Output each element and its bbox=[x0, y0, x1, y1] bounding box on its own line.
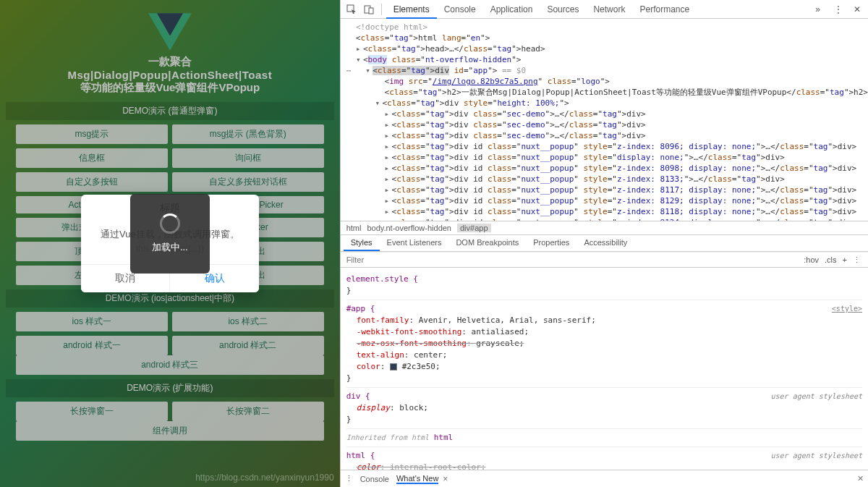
kebab-icon[interactable]: ⋮ bbox=[345, 474, 353, 483]
close-tab-icon[interactable]: × bbox=[443, 474, 448, 484]
watermark: https://blog.csdn.net/yanxinyun1990 bbox=[195, 473, 333, 483]
kebab-icon[interactable]: ⋮ bbox=[850, 255, 864, 265]
dom-node[interactable]: ▸<class="tag">div id class="nuxt__popup"… bbox=[346, 141, 868, 152]
dom-node[interactable]: ▸<class="tag">div id class="nuxt__popup"… bbox=[346, 163, 868, 174]
devtools-tab-elements[interactable]: Elements bbox=[386, 1, 437, 19]
css-property[interactable]: text-align: center; bbox=[346, 350, 862, 361]
styles-filter: :hov .cls + ⋮ bbox=[341, 252, 868, 268]
hov-toggle[interactable]: :hov bbox=[801, 255, 822, 264]
style-selector: div { bbox=[346, 391, 370, 401]
dom-node[interactable]: ▸<class="tag">div id class="nuxt__popup"… bbox=[346, 174, 868, 185]
dom-node[interactable]: ▸<class="tag">div class="sec-demo">…</cl… bbox=[346, 119, 868, 130]
dom-node[interactable]: <class="tag">h2>一款聚合Msg|Dialog|Popup|Act… bbox=[346, 87, 868, 98]
loading-toast: 加载中... bbox=[130, 194, 210, 274]
close-drawer-icon[interactable]: ✕ bbox=[857, 474, 864, 483]
dom-node[interactable]: ▸<class="tag">div id class="nuxt__popup"… bbox=[346, 195, 868, 206]
devtools-tab-sources[interactable]: Sources bbox=[540, 1, 586, 17]
devtools: ElementsConsoleApplicationSourcesNetwork… bbox=[340, 0, 868, 487]
device-toggle-icon[interactable] bbox=[361, 1, 377, 17]
spinner-icon bbox=[160, 213, 180, 234]
css-property[interactable]: color: #2c3e50; bbox=[346, 361, 862, 373]
devtools-tab-performance[interactable]: Performance bbox=[632, 1, 697, 17]
elements-tree[interactable]: <!doctype html> <class="tag">html lang="… bbox=[341, 19, 868, 221]
dom-node[interactable]: <img src="/img/logo.82b9c7a5.png" class=… bbox=[346, 76, 868, 87]
css-property[interactable]: -webkit-font-smoothing: antialiased; bbox=[346, 326, 862, 338]
dom-breadcrumb: htmlbody.nt-overflow-hiddendiv#app bbox=[341, 221, 868, 235]
style-selector: element.style { bbox=[346, 274, 418, 284]
styles-subtab[interactable]: Event Listeners bbox=[380, 235, 449, 251]
styles-panel[interactable]: element.style { } <style> #app { font-fa… bbox=[341, 268, 868, 470]
dom-node[interactable]: ▸<class="tag">head>…</class="tag">head> bbox=[346, 43, 868, 54]
breadcrumb-item[interactable]: body.nt-overflow-hidden bbox=[367, 224, 451, 232]
drawer-tab-console[interactable]: Console bbox=[360, 475, 389, 483]
dom-node[interactable]: ▸<class="tag">div id class="nuxt__popup"… bbox=[346, 185, 868, 195]
drawer-tab-whatsnew[interactable]: What's New bbox=[396, 474, 438, 484]
styles-subtab[interactable]: DOM Breakpoints bbox=[448, 235, 526, 251]
add-rule-icon[interactable]: + bbox=[840, 255, 850, 264]
more-tabs-icon[interactable]: » bbox=[808, 1, 827, 17]
dom-node[interactable]: ▸<class="tag">div class="sec-demo">…</cl… bbox=[346, 109, 868, 119]
dom-node[interactable]: <!doctype html> bbox=[346, 22, 868, 33]
devtools-tab-network[interactable]: Network bbox=[586, 1, 632, 17]
css-property[interactable]: -moz-osx-font-smoothing: grayscale; bbox=[346, 338, 862, 350]
dom-node[interactable]: ▾<body class="nt-overflow-hidden"> bbox=[346, 54, 868, 65]
styles-subtab[interactable]: Properties bbox=[526, 235, 576, 251]
style-source: user agent stylesheet bbox=[771, 391, 862, 402]
breadcrumb-item[interactable]: div#app bbox=[457, 224, 491, 232]
dom-node[interactable]: ▾<class="tag">div style="height: 100%;"> bbox=[346, 98, 868, 109]
kebab-menu-icon[interactable]: ⋮ bbox=[830, 1, 846, 17]
dom-node[interactable]: ▸<class="tag">div id class="nuxt__popup"… bbox=[346, 206, 868, 217]
style-selector: #app { bbox=[346, 304, 375, 313]
svg-rect-2 bbox=[369, 8, 373, 14]
devtools-drawer: ⋮ Console What's New × ✕ bbox=[341, 470, 868, 487]
style-source: user agent stylesheet bbox=[771, 450, 862, 462]
style-source[interactable]: <style> bbox=[832, 303, 862, 315]
toast-text: 加载中... bbox=[152, 241, 188, 254]
devtools-toolbar: ElementsConsoleApplicationSourcesNetwork… bbox=[341, 0, 868, 19]
cls-toggle[interactable]: .cls bbox=[822, 255, 840, 264]
filter-input[interactable] bbox=[345, 254, 801, 266]
dom-node[interactable]: ▸<class="tag">div class="sec-demo">…</cl… bbox=[346, 130, 868, 141]
dom-node[interactable]: <class="tag">html lang="en"> bbox=[346, 33, 868, 43]
app-viewport: 一款聚合 Msg|Dialog|Popup|ActionSheet|Toast … bbox=[0, 0, 340, 487]
inspect-icon[interactable] bbox=[344, 1, 359, 17]
dom-node[interactable]: ▸<class="tag">div id class="nuxt__popup"… bbox=[346, 152, 868, 163]
devtools-tab-application[interactable]: Application bbox=[483, 1, 540, 17]
dom-node[interactable]: ⋯ ▾<class="tag">div id="app"> == $0 bbox=[346, 65, 868, 76]
inherited-from: Inherited from html bbox=[346, 433, 429, 441]
breadcrumb-item[interactable]: html bbox=[346, 224, 362, 232]
style-selector: html { bbox=[346, 451, 375, 460]
styles-subtab[interactable]: Styles bbox=[344, 235, 380, 251]
devtools-tab-console[interactable]: Console bbox=[437, 1, 483, 17]
styles-subtab[interactable]: Accessibility bbox=[576, 235, 634, 251]
css-property[interactable]: font-family: Avenir, Helvetica, Arial, s… bbox=[346, 315, 862, 326]
close-devtools-icon[interactable]: ✕ bbox=[849, 1, 865, 17]
